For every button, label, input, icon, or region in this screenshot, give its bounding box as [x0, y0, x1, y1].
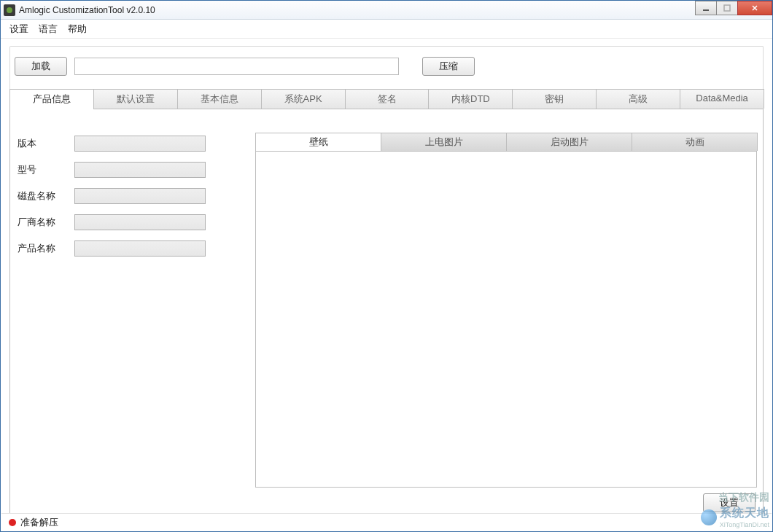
menu-settings[interactable]: 设置	[9, 23, 28, 36]
menu-language[interactable]: 语言	[39, 23, 58, 36]
tab-default-settings[interactable]: 默认设置	[93, 89, 178, 109]
tab-system-apk[interactable]: 系统APK	[261, 89, 346, 109]
tab-advanced[interactable]: 高级	[596, 89, 680, 109]
maximize-button[interactable]	[716, 1, 738, 15]
menubar: 设置 语言 帮助	[1, 20, 772, 39]
preview-area	[255, 151, 757, 488]
label-model: 型号	[18, 163, 74, 176]
tab-body: 版本 型号 磁盘名称 厂商名称 产品名称	[9, 109, 764, 519]
minimize-button[interactable]	[695, 1, 717, 15]
row-product-name: 产品名称	[18, 240, 229, 257]
path-input[interactable]	[74, 58, 399, 75]
svg-point-0	[7, 7, 12, 13]
label-version: 版本	[18, 137, 74, 150]
menu-help[interactable]: 帮助	[68, 23, 87, 36]
input-vendor-name[interactable]	[74, 214, 206, 230]
input-version[interactable]	[74, 136, 206, 152]
inner-tab-animation[interactable]: 动画	[632, 133, 758, 151]
main-tabstrip: 产品信息 默认设置 基本信息 系统APK 签名 内核DTD 密钥 高级 Data…	[9, 89, 764, 109]
close-button[interactable]	[737, 1, 772, 15]
tab-kernel-dtd[interactable]: 内核DTD	[428, 89, 513, 109]
status-indicator-icon	[9, 519, 16, 526]
inner-tab-poweron-image[interactable]: 上电图片	[381, 133, 507, 151]
tab-basic-info[interactable]: 基本信息	[177, 89, 262, 109]
app-icon	[4, 4, 15, 16]
tab-signature[interactable]: 签名	[345, 89, 430, 109]
svg-rect-1	[703, 9, 709, 11]
row-disk-name: 磁盘名称	[18, 188, 229, 204]
status-text: 准备解压	[20, 516, 58, 529]
app-window: Amlogic CustomizationTool v2.0.10 设置 语言 …	[0, 0, 773, 532]
settings-button-row: 设置	[255, 488, 757, 512]
image-panel: 壁纸 上电图片 启动图片 动画 设置	[255, 133, 757, 512]
inner-tab-boot-image[interactable]: 启动图片	[506, 133, 632, 151]
row-version: 版本	[18, 136, 229, 152]
client-area: 加载 压缩 产品信息 默认设置 基本信息 系统APK 签名 内核DTD 密钥 高…	[1, 39, 772, 519]
tab-product-info[interactable]: 产品信息	[9, 89, 94, 109]
compress-button[interactable]: 压缩	[422, 57, 475, 76]
statusbar: 准备解压	[1, 513, 772, 531]
row-model: 型号	[18, 162, 229, 178]
product-info-form: 版本 型号 磁盘名称 厂商名称 产品名称	[18, 133, 229, 512]
window-controls	[696, 1, 772, 15]
input-product-name[interactable]	[74, 240, 206, 257]
titlebar: Amlogic CustomizationTool v2.0.10	[1, 1, 772, 20]
toolbar: 加载 压缩	[15, 57, 758, 76]
input-model[interactable]	[74, 162, 206, 178]
row-vendor-name: 厂商名称	[18, 214, 229, 230]
label-product-name: 产品名称	[18, 242, 74, 255]
svg-rect-2	[724, 5, 730, 11]
input-disk-name[interactable]	[74, 188, 206, 204]
window-title: Amlogic CustomizationTool v2.0.10	[19, 5, 155, 15]
load-button[interactable]: 加载	[15, 57, 67, 76]
inner-tab-wallpaper[interactable]: 壁纸	[255, 133, 381, 151]
label-disk-name: 磁盘名称	[18, 189, 74, 203]
tab-keys[interactable]: 密钥	[512, 89, 597, 109]
label-vendor-name: 厂商名称	[18, 216, 74, 229]
settings-button[interactable]: 设置	[703, 493, 755, 512]
tab-data-media[interactable]: Data&Media	[680, 89, 764, 109]
inner-tabstrip: 壁纸 上电图片 启动图片 动画	[255, 133, 757, 151]
toolbar-panel: 加载 压缩	[9, 46, 764, 89]
